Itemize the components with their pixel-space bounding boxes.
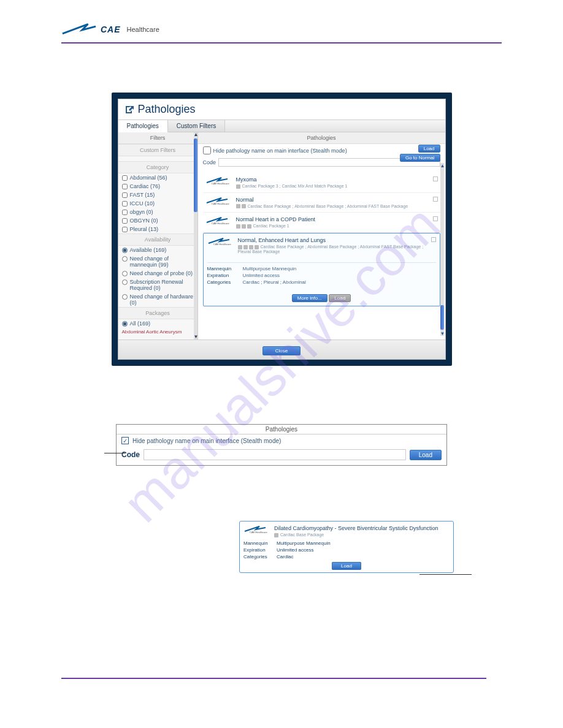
filter-category[interactable]: FAST (15) — [118, 191, 197, 199]
page-header: CAE Healthcare — [61, 21, 502, 44]
item-checkbox[interactable] — [433, 197, 438, 202]
filter-category[interactable]: obgyn (0) — [118, 208, 197, 216]
load-button[interactable]: Load — [410, 450, 442, 460]
lungs-icon — [247, 224, 251, 229]
category-section: Category — [118, 161, 197, 173]
cae-mini-logo-icon: CAE Healthcare — [205, 176, 230, 189]
probe-icon — [242, 204, 246, 208]
item-checkbox[interactable] — [433, 176, 438, 181]
stealth-callout: Pathologies ✓ Hide pathology name on mai… — [116, 424, 447, 466]
svg-text:CAE Healthcare: CAE Healthcare — [250, 531, 267, 534]
custom-filters-section: Custom Filters — [118, 144, 197, 156]
filter-category[interactable]: Pleural (13) — [118, 225, 197, 233]
probe-icon — [242, 224, 246, 229]
detail-title: Dilated Cardiomyopathy - Severe Biventri… — [274, 525, 439, 531]
mannequin-icon — [274, 533, 278, 537]
tabs-row: Pathologies Custom Filters — [118, 120, 445, 132]
stealth-label: Hide pathology name on main interface (S… — [213, 148, 347, 154]
filters-scrollbar[interactable]: ▲ ▼ — [194, 132, 197, 339]
filter-availability[interactable]: Subscription Renewal Required (0) — [118, 278, 197, 292]
list-scrollbar[interactable]: ▲ ▼ — [440, 163, 444, 336]
cae-mini-logo-icon: CAE Healthcare — [205, 197, 230, 209]
tab-custom-filters[interactable]: Custom Filters — [168, 120, 225, 132]
more-info-button[interactable]: More info... — [292, 294, 327, 302]
filter-category[interactable]: ICCU (10) — [118, 199, 197, 208]
cae-mini-logo-icon: CAE Healthcare — [243, 525, 268, 537]
load-button[interactable]: Load — [418, 145, 440, 153]
callout-line — [419, 574, 472, 575]
brand-name: CAE — [101, 25, 121, 34]
svg-text:CAE Healthcare: CAE Healthcare — [213, 243, 231, 246]
tab-pathologies[interactable]: Pathologies — [118, 120, 168, 132]
mini-header: Pathologies — [117, 425, 446, 434]
code-label: Code — [203, 159, 216, 165]
pathology-item[interactable]: CAE Healthcare Normal Cardiac Base Packa… — [203, 193, 440, 213]
close-button[interactable]: Close — [262, 346, 301, 355]
stealth-checkbox[interactable]: ✓ — [121, 437, 129, 444]
svg-text:CAE Healthcare: CAE Healthcare — [212, 202, 229, 205]
filter-category[interactable]: OBGYN (0) — [118, 216, 197, 225]
lungs-icon — [255, 245, 259, 249]
filters-panel: Filters Custom Filters Category Abdomina… — [118, 132, 198, 339]
dialog-title-row: Pathologies — [118, 99, 445, 120]
stealth-checkbox[interactable] — [203, 146, 211, 154]
footer-divider — [61, 678, 486, 679]
filter-availability[interactable]: Available (169) — [118, 246, 197, 254]
pathology-item-selected[interactable]: CAE Healthcare Normal, Enhanced Heart an… — [203, 233, 440, 306]
code-label: Code — [121, 450, 140, 459]
filter-availability[interactable]: Need change of probe (0) — [118, 269, 197, 278]
pathology-item[interactable]: CAE Healthcare Myxoma Cardiac Package 3 … — [203, 173, 440, 193]
svg-text:CAE Healthcare: CAE Healthcare — [212, 222, 229, 225]
filter-category[interactable]: Abdominal (56) — [118, 173, 197, 182]
mannequin-icon — [243, 245, 248, 249]
brand-suffix: Healthcare — [127, 26, 159, 33]
svg-text:CAE Healthcare: CAE Healthcare — [212, 182, 229, 185]
item-checkbox[interactable] — [431, 237, 436, 242]
list-header: Pathologies — [198, 132, 445, 144]
stealth-label: Hide pathology name on main interface (S… — [132, 438, 281, 444]
filter-category[interactable]: Cardiac (76) — [118, 182, 197, 191]
go-normal-button[interactable]: Go to Normal — [400, 154, 440, 162]
pathology-item[interactable]: CAE Healthcare Normal Heart in a COPD Pa… — [203, 213, 440, 233]
code-input[interactable] — [144, 449, 406, 460]
mannequin-icon — [236, 204, 240, 208]
mannequin-icon — [236, 224, 240, 229]
item-checkbox[interactable] — [433, 216, 438, 221]
export-icon — [238, 245, 242, 249]
cae-logo-icon — [61, 21, 97, 37]
cae-mini-logo-icon: CAE Healthcare — [207, 237, 232, 254]
probe-icon — [249, 245, 253, 249]
cae-mini-logo-icon: CAE Healthcare — [205, 216, 230, 229]
filter-availability[interactable]: Need change of mannequin (99) — [118, 254, 197, 269]
load-item-button[interactable]: Load — [329, 294, 351, 302]
dialog-title: Pathologies — [138, 103, 196, 116]
load-button[interactable]: Load — [332, 562, 361, 570]
packages-section: Packages — [118, 307, 197, 319]
filter-availability[interactable]: Need change of hardware (0) — [118, 292, 197, 307]
pathologies-list-panel: Pathologies Hide pathology name on main … — [198, 132, 445, 339]
callout-line — [104, 453, 125, 453]
detail-card: CAE Healthcare Dilated Cardiomyopathy - … — [239, 521, 454, 573]
availability-section: Availability — [118, 233, 197, 246]
mannequin-icon — [236, 184, 240, 189]
pathologies-dialog: Pathologies Pathologies Custom Filters F… — [112, 93, 452, 366]
filter-package[interactable]: Abdominal Aortic Aneurysm — [118, 328, 197, 336]
filter-package[interactable]: All (169) — [118, 319, 197, 328]
filters-header: Filters — [118, 132, 197, 144]
export-icon — [124, 105, 134, 115]
